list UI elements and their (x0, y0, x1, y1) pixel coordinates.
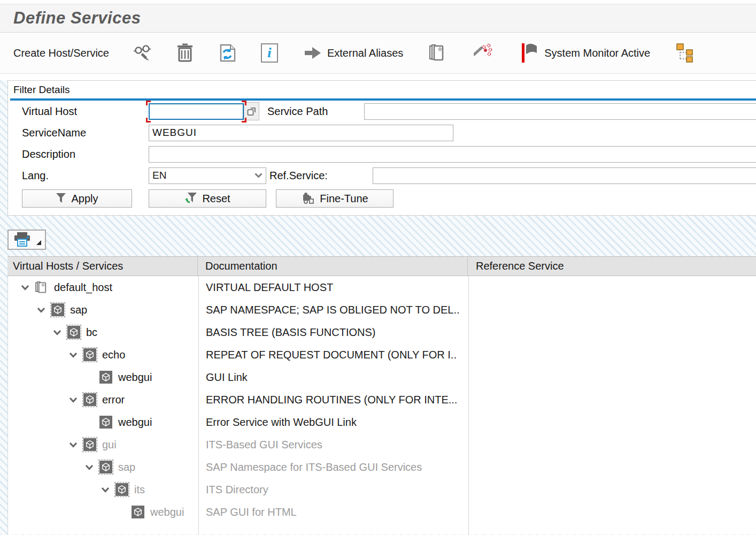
delete-icon[interactable] (176, 43, 194, 63)
virtual-host-input[interactable] (149, 103, 244, 120)
tree-row-sap[interactable]: sap SAP NAMESPACE; SAP IS OBLIGED NOT TO… (8, 299, 756, 321)
ref-service-input[interactable] (373, 167, 756, 184)
documentation-cell: ITS Directory (198, 484, 468, 496)
fine-tune-button[interactable]: Fine-Tune (276, 189, 394, 208)
chevron-expand-icon[interactable] (37, 307, 46, 313)
print-dropdown-caret[interactable] (36, 240, 41, 245)
print-button[interactable] (7, 230, 46, 250)
node-label[interactable]: error (102, 394, 125, 406)
tree-row-sap[interactable]: sap SAP Namespace for ITS-Based GUI Serv… (8, 456, 756, 478)
wizard-wand-icon[interactable] (474, 43, 493, 63)
chevron-expand-icon[interactable] (69, 442, 78, 448)
title-bar: Define Services (0, 4, 756, 33)
table-header: Virtual Hosts / Services Documentation R… (7, 256, 756, 276)
column-divider (198, 276, 199, 534)
system-monitor-status: System Monitor Active (544, 47, 650, 59)
page-title: Define Services (13, 9, 141, 28)
service-path-input[interactable] (364, 103, 756, 120)
service-node-icon (99, 461, 112, 473)
documentation-cell: ITS-Based GUI Services (198, 439, 468, 451)
description-label: Description (22, 148, 149, 160)
main-area: Filter Details Virtual Host Service Path… (0, 80, 756, 535)
service-node-icon (115, 483, 128, 496)
tree-row-bc[interactable]: bc BASIS TREE (BASIS FUNCTIONS) (8, 321, 756, 343)
puzzle-icon (301, 192, 315, 205)
refresh-icon[interactable] (218, 43, 236, 63)
hierarchy-tree-icon[interactable] (675, 43, 694, 63)
column-header-documentation[interactable]: Documentation (198, 257, 468, 276)
tree-row-webgui[interactable]: webgui GUI Link (8, 366, 756, 388)
virtual-host-field-focus (149, 103, 244, 120)
system-monitor-flag-icon (521, 42, 540, 64)
chevron-expand-icon[interactable] (69, 352, 78, 358)
reset-button[interactable]: Reset (149, 189, 266, 208)
documentation-cell: SAP NAMESPACE; SAP IS OBLIGED NOT TO DEL… (198, 304, 468, 316)
tree-row-echo[interactable]: echo REPEAT OF REQUEST DOCUMENT (ONLY FO… (8, 343, 756, 366)
filter-details-heading: Filter Details (8, 83, 756, 96)
tree-row-error[interactable]: error ERROR HANDLING ROUTINES (ONLY FOR … (8, 388, 756, 411)
documentation-cell: Error Service with WebGUI Link (198, 416, 468, 429)
window-top-strip (0, 0, 756, 4)
service-name-label: ServiceName (22, 127, 149, 139)
documentation-cell: REPEAT OF REQUEST DOCUMENT (ONLY FOR I.. (198, 349, 468, 361)
service-name-input[interactable] (149, 125, 453, 141)
tree-row-gui[interactable]: gui ITS-Based GUI Services (8, 433, 756, 456)
node-label[interactable]: default_host (54, 281, 112, 294)
node-label[interactable]: webgui (150, 506, 184, 518)
service-leaf-icon (99, 416, 112, 429)
virtual-host-icon (35, 280, 48, 295)
virtual-host-icon (35, 281, 48, 294)
documentation-cell: BASIS TREE (BASIS FUNCTIONS) (198, 326, 468, 339)
column-header-hosts[interactable]: Virtual Hosts / Services (7, 257, 198, 276)
service-node-icon (83, 393, 96, 406)
chevron-expand-icon[interactable] (69, 397, 78, 403)
chevron-expand-icon[interactable] (85, 464, 94, 470)
documentation-cell: SAP Namespace for ITS-Based GUI Services (198, 461, 468, 473)
language-selected-value: EN (152, 170, 166, 181)
language-select[interactable]: EN (149, 167, 266, 184)
apply-button[interactable]: Apply (22, 189, 132, 208)
node-label[interactable]: echo (102, 349, 125, 361)
service-leaf-icon (132, 506, 144, 518)
table-body: default_host VIRTUAL DEFAULT HOST sap SA… (7, 276, 756, 534)
service-node-icon (83, 438, 96, 451)
service-node-icon (83, 348, 96, 361)
services-table: Virtual Hosts / Services Documentation R… (7, 256, 756, 534)
chevron-expand-icon[interactable] (101, 487, 110, 493)
tree-row-webgui[interactable]: webgui Error Service with WebGUI Link (8, 411, 756, 433)
chevron-expand-icon[interactable] (21, 285, 30, 291)
node-label[interactable]: sap (70, 304, 87, 316)
service-leaf-icon (99, 371, 112, 384)
column-divider (468, 276, 469, 534)
node-label[interactable]: webgui (118, 416, 152, 429)
create-host-service-button[interactable]: Create Host/Service (13, 47, 109, 59)
tree-row-its[interactable]: its ITS Directory (8, 478, 756, 501)
filter-details-panel: Filter Details Virtual Host Service Path… (7, 80, 756, 216)
service-node-icon (51, 303, 64, 316)
documentation-cell: ERROR HANDLING ROUTINES (ONLY FOR INTE..… (198, 394, 468, 406)
node-label[interactable]: its (134, 484, 145, 496)
chevron-down-icon (254, 173, 263, 178)
documentation-cell: GUI Link (198, 371, 468, 384)
chevron-expand-icon[interactable] (53, 330, 62, 335)
language-label: Lang. (22, 170, 149, 182)
column-header-reference[interactable]: Reference Service (468, 257, 756, 276)
external-aliases-button[interactable]: External Aliases (327, 47, 403, 59)
printer-icon (13, 232, 32, 248)
display-change-icon[interactable] (133, 44, 153, 62)
node-label[interactable]: gui (102, 439, 117, 451)
node-label[interactable]: webgui (118, 371, 152, 384)
application-toolbar: Create Host/Service i (0, 33, 756, 74)
node-label[interactable]: bc (86, 326, 97, 339)
external-aliases-arrow-icon[interactable] (304, 45, 322, 61)
tree-row-webgui[interactable]: webgui SAP GUI for HTML (8, 501, 756, 523)
service-node-icon (67, 326, 80, 339)
service-path-label: Service Path (259, 105, 364, 118)
info-icon[interactable]: i (261, 43, 278, 63)
description-input[interactable] (149, 146, 756, 163)
node-label[interactable]: sap (118, 461, 135, 473)
reset-filter-icon (184, 192, 197, 205)
host-ports-icon[interactable] (428, 43, 446, 63)
documentation-cell: VIRTUAL DEFAULT HOST (198, 281, 468, 294)
tree-row-default_host[interactable]: default_host VIRTUAL DEFAULT HOST (8, 276, 756, 299)
